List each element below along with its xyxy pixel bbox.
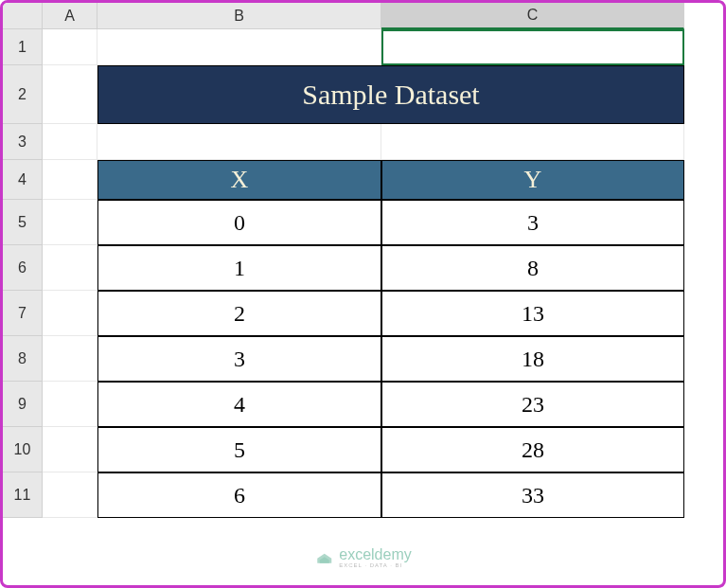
- watermark-icon: [314, 548, 333, 567]
- cell-a9[interactable]: [43, 382, 97, 427]
- cell-a2[interactable]: [43, 65, 97, 124]
- data-y-5[interactable]: 28: [381, 427, 684, 472]
- row-header-5[interactable]: 5: [3, 200, 43, 245]
- row-header-3[interactable]: 3: [3, 124, 43, 160]
- cell-a6[interactable]: [43, 245, 97, 291]
- cell-b3[interactable]: [97, 124, 381, 160]
- dataset-title[interactable]: Sample Dataset: [97, 65, 684, 124]
- table-header-y[interactable]: Y: [381, 160, 684, 200]
- row-header-7[interactable]: 7: [3, 291, 43, 336]
- cell-c3[interactable]: [381, 124, 684, 160]
- data-x-3[interactable]: 3: [97, 336, 381, 382]
- cell-a8[interactable]: [43, 336, 97, 382]
- data-y-3[interactable]: 18: [381, 336, 684, 382]
- row-header-2[interactable]: 2: [3, 65, 43, 124]
- cell-a1[interactable]: [43, 29, 97, 65]
- row-header-11[interactable]: 11: [3, 472, 43, 518]
- watermark-title: exceldemy: [339, 547, 411, 562]
- data-x-2[interactable]: 2: [97, 291, 381, 336]
- data-x-1[interactable]: 1: [97, 245, 381, 291]
- row-header-10[interactable]: 10: [3, 427, 43, 472]
- cell-a10[interactable]: [43, 427, 97, 472]
- data-y-2[interactable]: 13: [381, 291, 684, 336]
- spreadsheet-grid: A B C 1 2 Sample Dataset 3 4 X Y 5 0 3 6…: [3, 3, 723, 518]
- col-header-a[interactable]: A: [43, 3, 97, 29]
- watermark-text: exceldemy EXCEL · DATA · BI: [339, 547, 411, 568]
- cell-a4[interactable]: [43, 160, 97, 200]
- row-header-9[interactable]: 9: [3, 382, 43, 427]
- data-y-4[interactable]: 23: [381, 382, 684, 427]
- data-x-6[interactable]: 6: [97, 472, 381, 518]
- cell-a7[interactable]: [43, 291, 97, 336]
- cell-a3[interactable]: [43, 124, 97, 160]
- data-x-5[interactable]: 5: [97, 427, 381, 472]
- watermark: exceldemy EXCEL · DATA · BI: [314, 547, 411, 568]
- data-x-0[interactable]: 0: [97, 200, 381, 245]
- cell-b1[interactable]: [97, 29, 381, 65]
- row-header-4[interactable]: 4: [3, 160, 43, 200]
- col-header-b[interactable]: B: [97, 3, 381, 29]
- watermark-subtitle: EXCEL · DATA · BI: [339, 562, 411, 568]
- table-header-x[interactable]: X: [97, 160, 381, 200]
- data-y-0[interactable]: 3: [381, 200, 684, 245]
- row-header-1[interactable]: 1: [3, 29, 43, 65]
- select-all-corner[interactable]: [3, 3, 43, 29]
- row-header-8[interactable]: 8: [3, 336, 43, 382]
- cell-a5[interactable]: [43, 200, 97, 245]
- row-header-6[interactable]: 6: [3, 245, 43, 291]
- cell-c1[interactable]: [381, 29, 684, 65]
- cell-a11[interactable]: [43, 472, 97, 518]
- data-x-4[interactable]: 4: [97, 382, 381, 427]
- data-y-6[interactable]: 33: [381, 472, 684, 518]
- data-y-1[interactable]: 8: [381, 245, 684, 291]
- col-header-c[interactable]: C: [381, 3, 684, 29]
